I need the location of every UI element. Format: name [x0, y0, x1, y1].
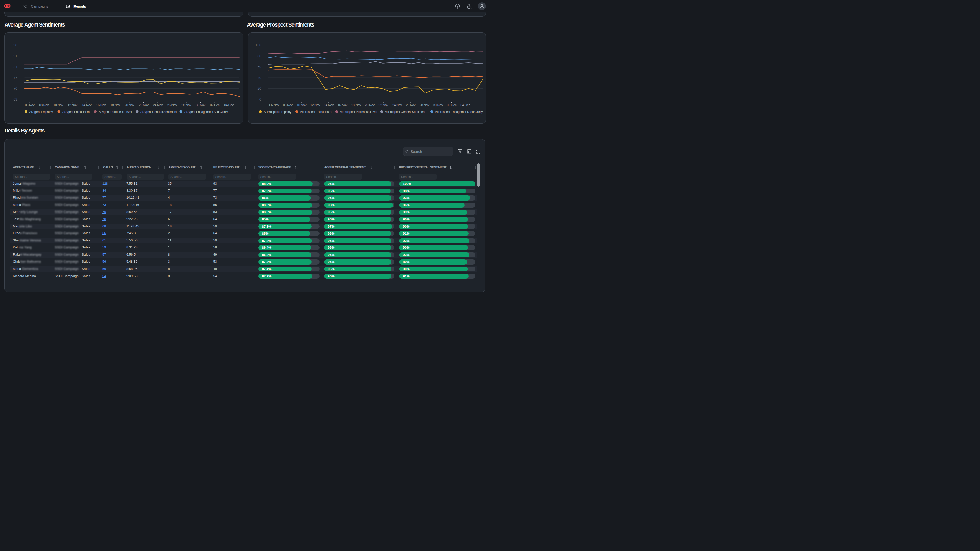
- svg-text:70: 70: [13, 86, 17, 90]
- svg-text:02 Dec: 02 Dec: [210, 103, 220, 107]
- svg-text:20: 20: [257, 86, 261, 90]
- svg-text:98: 98: [13, 43, 17, 47]
- svg-text:60: 60: [257, 65, 261, 68]
- svg-text:Ai Agent General Sentiment: Ai Agent General Sentiment: [140, 110, 177, 114]
- svg-text:26 Nov: 26 Nov: [406, 103, 416, 107]
- svg-text:Ai Agent Engagement And Clarit: Ai Agent Engagement And Clarity: [184, 110, 228, 114]
- svg-text:08 Nov: 08 Nov: [39, 103, 49, 107]
- svg-text:24 Nov: 24 Nov: [392, 103, 402, 107]
- svg-text:Ai Agent Politeness Level: Ai Agent Politeness Level: [99, 110, 131, 114]
- svg-text:77: 77: [13, 76, 17, 79]
- svg-text:12 Nov: 12 Nov: [310, 103, 320, 107]
- svg-text:0: 0: [259, 97, 261, 101]
- svg-text:Ai Prospect Enthusiasm: Ai Prospect Enthusiasm: [300, 110, 331, 114]
- svg-text:Ai Agent Empathy: Ai Agent Empathy: [29, 110, 53, 114]
- svg-text:10 Nov: 10 Nov: [53, 103, 63, 107]
- svg-text:30 Nov: 30 Nov: [196, 103, 205, 107]
- svg-text:28 Nov: 28 Nov: [181, 103, 191, 107]
- svg-text:Ai Prospect General Sentiment: Ai Prospect General Sentiment: [385, 110, 425, 114]
- svg-text:Ai Prospect Engagement And Cla: Ai Prospect Engagement And Clarity: [435, 110, 483, 114]
- svg-text:16 Nov: 16 Nov: [337, 103, 347, 107]
- svg-text:Ai Prospect Empathy: Ai Prospect Empathy: [264, 110, 291, 114]
- svg-text:26 Nov: 26 Nov: [167, 103, 177, 107]
- svg-text:06 Nov: 06 Nov: [25, 103, 35, 107]
- svg-text:18 Nov: 18 Nov: [351, 103, 361, 107]
- svg-text:84: 84: [13, 65, 18, 68]
- svg-text:14 Nov: 14 Nov: [82, 103, 92, 107]
- svg-text:28 Nov: 28 Nov: [419, 103, 429, 107]
- svg-text:24 Nov: 24 Nov: [153, 103, 163, 107]
- svg-text:22 Nov: 22 Nov: [379, 103, 388, 107]
- svg-text:Ai Agent Enthusiasm: Ai Agent Enthusiasm: [62, 110, 89, 114]
- svg-text:30 Nov: 30 Nov: [433, 103, 443, 107]
- svg-text:40: 40: [257, 76, 261, 79]
- svg-text:63: 63: [13, 97, 17, 101]
- svg-text:12 Nov: 12 Nov: [67, 103, 77, 107]
- svg-text:Ai Prospect Politeness Level: Ai Prospect Politeness Level: [340, 110, 377, 114]
- svg-text:20 Nov: 20 Nov: [365, 103, 375, 107]
- svg-text:100: 100: [255, 43, 261, 47]
- svg-text:02 Dec: 02 Dec: [447, 103, 457, 107]
- svg-text:04 Dec: 04 Dec: [224, 103, 234, 107]
- svg-text:04 Dec: 04 Dec: [460, 103, 470, 107]
- svg-text:10 Nov: 10 Nov: [297, 103, 307, 107]
- svg-text:22 Nov: 22 Nov: [138, 103, 148, 107]
- svg-text:18 Nov: 18 Nov: [110, 103, 120, 107]
- svg-text:20 Nov: 20 Nov: [124, 103, 134, 107]
- svg-text:06 Nov: 06 Nov: [269, 103, 279, 107]
- svg-text:14 Nov: 14 Nov: [324, 103, 334, 107]
- svg-text:08 Nov: 08 Nov: [283, 103, 293, 107]
- svg-text:80: 80: [257, 54, 261, 58]
- svg-text:16 Nov: 16 Nov: [96, 103, 106, 107]
- svg-text:91: 91: [13, 54, 17, 58]
